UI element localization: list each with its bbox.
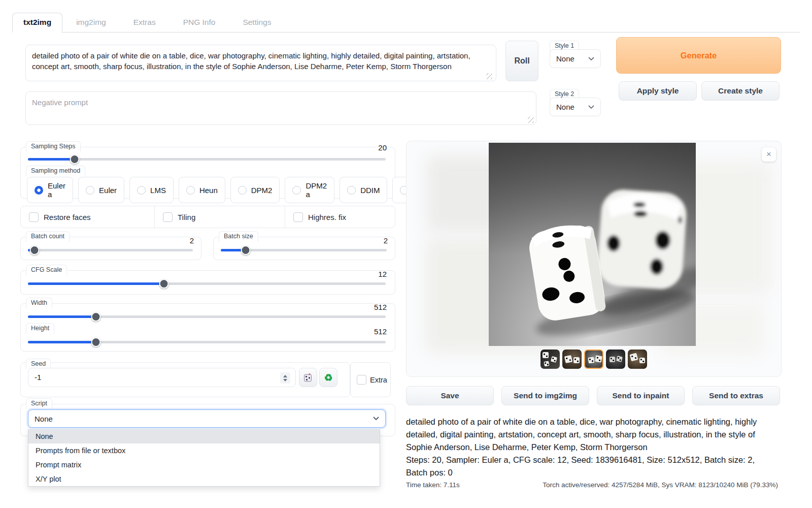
gallery-thumbnail-1[interactable]	[540, 350, 560, 369]
height-value: 512	[374, 327, 387, 336]
radio-icon	[86, 186, 94, 195]
generated-image[interactable]	[489, 143, 696, 346]
gallery-thumbnail-2[interactable]	[562, 350, 582, 369]
script-option-xy-plot[interactable]: X/Y plot	[28, 472, 380, 486]
gallery-thumbnail-4[interactable]	[606, 350, 625, 369]
seed-input[interactable]: -1	[28, 368, 296, 387]
slider-handle[interactable]	[70, 154, 79, 164]
checkbox-icon	[29, 212, 39, 222]
sampler-option-heun[interactable]: Heun	[179, 177, 225, 203]
style2-value: None	[556, 103, 574, 111]
sampler-option-dpm2[interactable]: DPM2	[230, 177, 280, 203]
radio-icon	[186, 186, 195, 195]
send-to-inpaint-button[interactable]: Send to inpaint	[597, 386, 685, 405]
sampling-steps-label: Sampling Steps	[26, 141, 81, 152]
chevron-down-icon	[373, 417, 379, 421]
height-slider[interactable]	[28, 337, 386, 347]
extra-checkbox[interactable]: Extra	[357, 375, 387, 385]
sampler-option-ddim[interactable]: DDIM	[340, 177, 387, 203]
resize-handle-icon[interactable]	[486, 73, 492, 79]
sampling-method-label: Sampling method	[26, 166, 85, 176]
tab-extras[interactable]: Extras	[120, 13, 170, 32]
sampler-option-label: Heun	[199, 186, 218, 195]
slider-handle[interactable]	[91, 337, 100, 347]
gallery-thumbnail-3-selected[interactable]	[584, 350, 603, 369]
generation-info: detailed photo of a pair of white die on…	[406, 416, 778, 489]
tiling-checkbox[interactable]: Tiling	[155, 206, 285, 228]
slider-handle[interactable]	[159, 279, 168, 289]
random-seed-button[interactable]	[299, 368, 317, 387]
step-down-icon[interactable]	[283, 379, 287, 382]
generate-button[interactable]: Generate	[616, 37, 781, 74]
script-value: None	[35, 415, 53, 423]
seed-card: Seed -1 ♻	[20, 362, 350, 397]
seed-value: -1	[35, 373, 41, 382]
batch-count-slider[interactable]	[28, 245, 193, 255]
extra-card: Extra	[350, 362, 391, 397]
sampler-option-label: Euler	[99, 186, 117, 195]
tab-png-info[interactable]: PNG Info	[170, 13, 229, 32]
width-slider[interactable]	[28, 312, 386, 322]
sampling-steps-slider[interactable]	[28, 154, 386, 164]
extra-label: Extra	[370, 376, 387, 384]
seed-stepper[interactable]	[280, 372, 290, 384]
save-button[interactable]: Save	[406, 386, 494, 405]
style2-select[interactable]: None	[550, 98, 601, 116]
batch-size-label: Batch size	[219, 231, 258, 242]
restore-faces-checkbox[interactable]: Restore faces	[21, 206, 155, 228]
resize-handle-icon[interactable]	[528, 117, 534, 123]
gallery-thumbnail-5[interactable]	[628, 350, 647, 369]
prompt-input[interactable]: detailed photo of a pair of white die on…	[25, 45, 496, 81]
checkbox-icon	[163, 212, 173, 222]
sampler-option-lms[interactable]: LMS	[129, 177, 174, 203]
cfg-scale-slider[interactable]	[28, 279, 386, 289]
sampler-option-label: Euler a	[48, 181, 65, 199]
batch-size-value: 2	[384, 236, 388, 245]
width-label: Width	[26, 298, 52, 308]
time-taken-text: Time taken: 7.11s	[406, 481, 460, 489]
sampler-option-label: DDIM	[360, 186, 380, 195]
batch-count-card: Batch count 2	[20, 237, 201, 260]
batch-size-slider[interactable]	[221, 245, 387, 255]
restore-faces-label: Restore faces	[44, 213, 91, 221]
negative-prompt-input[interactable]	[25, 91, 536, 125]
script-option-prompts-from-file[interactable]: Prompts from file or textbox	[28, 443, 380, 458]
step-up-icon[interactable]	[283, 375, 287, 377]
highres-fix-label: Highres. fix	[308, 213, 346, 221]
slider-handle[interactable]	[241, 245, 251, 255]
script-option-none[interactable]: None	[28, 429, 380, 443]
sampler-option-dpm2-a[interactable]: DPM2 a	[285, 177, 334, 203]
sampler-option-euler[interactable]: Euler	[78, 177, 124, 203]
sampling-card: Sampling Steps 20 Sampling method Euler …	[20, 147, 395, 199]
sampler-option-label: DPM2 a	[306, 181, 327, 199]
sampler-option-euler-a[interactable]: Euler a	[27, 177, 73, 203]
tiling-label: Tiling	[178, 213, 195, 221]
tab-settings[interactable]: Settings	[229, 13, 285, 32]
slider-handle[interactable]	[30, 245, 40, 255]
batch-size-card: Batch size 2	[213, 237, 395, 260]
checkbox-icon	[357, 375, 366, 385]
recycle-icon: ♻	[324, 373, 332, 383]
checkbox-icon	[293, 212, 303, 222]
slider-handle[interactable]	[91, 312, 100, 322]
radio-icon	[292, 186, 301, 195]
script-dropdown-menu: None Prompts from file or textbox Prompt…	[28, 429, 380, 487]
output-params-text: Steps: 20, Sampler: Euler a, CFG scale: …	[406, 454, 778, 479]
tab-txt2img[interactable]: txt2img	[12, 13, 62, 33]
reuse-seed-button[interactable]: ♻	[319, 368, 337, 387]
batch-count-label: Batch count	[26, 231, 70, 242]
apply-style-button[interactable]: Apply style	[619, 81, 697, 101]
send-to-img2img-button[interactable]: Send to img2img	[501, 386, 589, 405]
script-label: Script	[26, 398, 52, 409]
highres-fix-checkbox[interactable]: Highres. fix	[285, 206, 395, 228]
dice-icon	[303, 372, 313, 383]
tab-img2img[interactable]: img2img	[62, 13, 120, 32]
roll-button[interactable]: Roll	[505, 41, 538, 81]
options-card: Restore faces Tiling Highres. fix	[20, 206, 395, 228]
create-style-button[interactable]: Create style	[701, 81, 780, 101]
close-gallery-button[interactable]: ×	[762, 147, 776, 162]
style1-select[interactable]: None	[550, 49, 601, 68]
script-option-prompt-matrix[interactable]: Prompt matrix	[28, 458, 380, 472]
script-select[interactable]: None	[28, 409, 386, 428]
send-to-extras-button[interactable]: Send to extras	[692, 386, 780, 405]
